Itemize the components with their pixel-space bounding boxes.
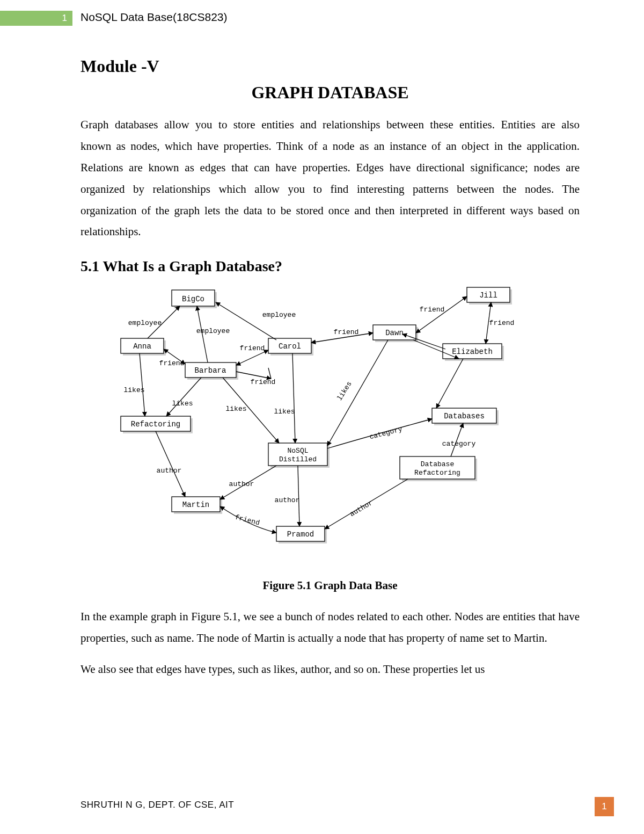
- edge-nosql-pramod: author: [275, 496, 300, 504]
- header-bar: 1: [0, 11, 72, 26]
- svg-line-39: [292, 353, 295, 443]
- module-heading: Module -V: [80, 56, 580, 76]
- edge-anna-bigco: employee: [128, 319, 162, 327]
- node-databases: Databases: [444, 412, 485, 420]
- edge-barbara-friend3: friend: [251, 378, 276, 386]
- node-nosql-2: Distilled: [279, 456, 317, 464]
- edge-ref-martin: author: [157, 467, 182, 475]
- node-anna: Anna: [133, 342, 151, 351]
- node-nosql-1: NoSQL: [287, 447, 308, 455]
- paragraph-2: In the example graph in Figure 5.1, we s…: [80, 606, 580, 649]
- node-jill: Jill: [479, 291, 497, 300]
- node-pramod: Pramod: [287, 530, 314, 539]
- header-page-marker: 1: [62, 13, 67, 24]
- edge-jill-elizabeth: friend: [489, 319, 515, 327]
- edge-nosql-db: category: [369, 425, 403, 441]
- page-content: Module -V GRAPH DATABASE Graph databases…: [80, 56, 580, 690]
- footer-author: SHRUTHI N G, DEPT. OF CSE, AIT: [80, 800, 234, 810]
- edge-anna-barbara: friend: [159, 359, 185, 367]
- footer-page-label: 1: [602, 801, 606, 812]
- figure-caption: Figure 5.1 Graph Data Base: [80, 579, 580, 592]
- edge-carol-bigco: employee: [262, 311, 296, 319]
- intro-paragraph: Graph databases allow you to store entit…: [80, 114, 580, 243]
- edge-barbara-bigco: employee: [196, 327, 230, 335]
- node-dbref-1: Database: [421, 461, 454, 469]
- node-carol: Carol: [279, 342, 301, 351]
- svg-line-48: [436, 359, 463, 408]
- course-title: NoSQL Data Base(18CS823): [80, 11, 228, 24]
- node-bigco: BigCo: [182, 295, 204, 303]
- node-refactoring: Refactoring: [131, 420, 180, 429]
- edge-dawn-nosql: likes: [335, 380, 353, 402]
- node-martin: Martin: [182, 501, 209, 509]
- svg-line-37: [166, 378, 201, 416]
- edge-carol-nosql: likes: [274, 408, 295, 416]
- node-dawn: Dawn: [385, 329, 404, 337]
- node-elizabeth: Elizabeth: [452, 347, 493, 356]
- edge-martin-pramod: friend: [234, 513, 260, 527]
- section-5-1-heading: 5.1 What Is a Graph Database?: [80, 258, 580, 275]
- paragraph-3: We also see that edges have types, such …: [80, 659, 580, 680]
- edge-dbref-db: category: [442, 440, 476, 448]
- edge-dawn-jill: friend: [420, 306, 445, 314]
- figure-5-1-diagram: BigCo Jill Anna Carol Dawn Elizabeth Bar…: [80, 285, 580, 575]
- svg-line-34: [416, 296, 467, 333]
- svg-line-30: [236, 350, 268, 365]
- edge-barbara-carol: friend: [240, 344, 265, 352]
- edge-barbara-nosql: likes: [225, 405, 246, 413]
- svg-line-36: [140, 353, 145, 416]
- svg-line-32: [268, 368, 271, 379]
- svg-line-40: [327, 340, 388, 446]
- edge-anna-ref: likes: [123, 386, 144, 394]
- edge-dbref-pramod: author: [348, 499, 374, 518]
- node-dbref-2: Refactoring: [414, 469, 460, 477]
- svg-line-43: [156, 431, 185, 497]
- edge-carol-dawn: friend: [334, 328, 359, 336]
- node-barbara: Barbara: [195, 366, 226, 375]
- edge-barbara-ref: likes: [172, 400, 193, 408]
- chapter-title: GRAPH DATABASE: [80, 83, 580, 103]
- footer-page-number: 1: [595, 797, 614, 816]
- edge-nosql-martin: author: [229, 480, 254, 488]
